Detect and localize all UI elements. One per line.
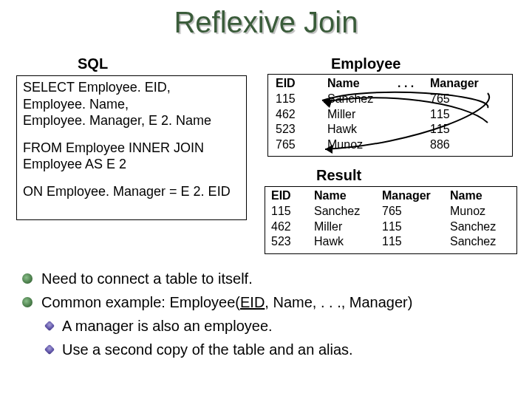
emp-cell: 115: [427, 107, 500, 123]
sql-heading: SQL: [78, 55, 108, 72]
emp-cell: 115: [427, 122, 500, 137]
res-cell: Munoz: [450, 204, 516, 219]
slide-title: Reflexive Join: [0, 6, 532, 39]
res-cell: 115: [265, 204, 314, 219]
res-hdr-name: Name: [314, 188, 382, 204]
result-heading: Result: [316, 167, 361, 184]
employee-heading: Employee: [331, 55, 400, 72]
emp-cell: Sanchez: [327, 92, 398, 107]
res-cell: 765: [382, 204, 450, 219]
res-cell: Hawk: [314, 234, 382, 250]
emp-cell: Munoz: [327, 137, 398, 153]
emp-cell: 462: [268, 107, 327, 123]
emp-cell: 523: [268, 122, 327, 137]
res-cell: 523: [265, 234, 314, 250]
emp-cell: Miller: [327, 107, 398, 123]
bullet2-icon: [44, 344, 55, 355]
bullet2-icon: [44, 321, 55, 331]
res-cell: 115: [382, 234, 450, 250]
bullet-icon: [22, 297, 33, 307]
bullet-list: Need to connect a table to itself. Commo…: [22, 267, 510, 362]
sql-select-line1: SELECT Employee. EID,: [23, 80, 171, 95]
res-hdr-mgr: Manager: [382, 188, 450, 204]
sql-from-line1: FROM Employee INNER JOIN: [23, 140, 204, 155]
res-hdr-eid: EID: [265, 188, 314, 204]
sql-from-line2: Employee AS E 2: [23, 157, 126, 171]
emp-hdr-mgr: Manager: [427, 76, 500, 92]
emp-hdr-name: Name: [327, 76, 398, 92]
bullet-text: A manager is also an employee.: [62, 315, 273, 337]
res-cell: Sanchez: [314, 204, 382, 219]
emp-cell: 115: [268, 92, 327, 107]
sql-box: SELECT Employee. EID, Employee. Name, Em…: [16, 75, 247, 220]
res-cell: Sanchez: [450, 219, 516, 235]
emp-hdr-eid: EID: [268, 76, 327, 92]
sql-on-line: ON Employee. Manager = E 2. EID: [23, 184, 231, 199]
emp-cell: 765: [268, 137, 327, 153]
res-cell: 115: [382, 219, 450, 235]
res-cell: Sanchez: [450, 234, 516, 250]
bullet-icon: [22, 273, 33, 284]
res-cell: Miller: [314, 219, 382, 235]
result-table: EID Name Manager Name 115 Sanchez 765 Mu…: [265, 186, 517, 254]
bullet-text: Common example: Employee(EID, Name, . . …: [41, 291, 412, 313]
emp-cell: 765: [427, 92, 500, 107]
sql-select-line2: Employee. Name,: [23, 97, 129, 112]
bullet-text: Use a second copy of the table and an al…: [62, 338, 353, 361]
emp-cell: Hawk: [327, 122, 398, 137]
emp-hdr-dots: . . .: [398, 76, 427, 92]
res-hdr-mname: Name: [450, 188, 516, 204]
employee-table: EID Name . . . Manager 115 Sanchez 765 4…: [267, 74, 513, 157]
bullet-text: Need to connect a table to itself.: [41, 267, 253, 290]
sql-select-line3: Employee. Manager, E 2. Name: [23, 113, 211, 128]
res-cell: 462: [265, 219, 314, 235]
emp-cell: 886: [427, 137, 500, 153]
